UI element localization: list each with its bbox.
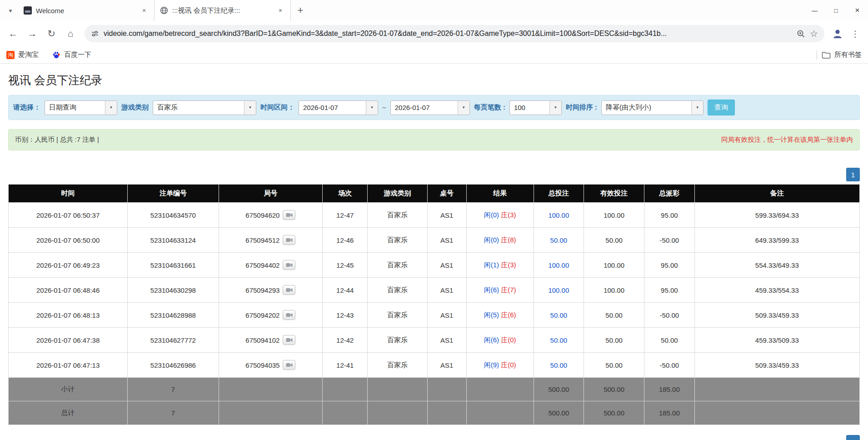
forward-button[interactable]: → [24,25,41,42]
round-number: 675094202 [245,311,279,319]
filter-bar: 请选择： 日期查询 ▼ 游戏类别 百家乐 ▼ 时间区间： 2026-01-07 … [8,95,860,120]
folder-icon [822,51,831,59]
tab-betrecord[interactable]: :::视讯 会员下注纪录::: × [155,0,291,21]
table-row: 2026-01-07 06:48:46523104630298675094293… [9,278,860,303]
total-valid-bet: 500.00 [584,401,644,425]
result-player: 闲(6) [484,336,499,344]
profile-avatar-icon[interactable] [832,28,843,40]
bookmark-label: 爱淘宝 [18,50,39,59]
replay-video-button[interactable] [283,210,295,220]
column-header-payout: 总派彩 [644,185,695,203]
result-banker: 庄(0) [501,336,516,344]
currency-summary: 币别：人民币 | 总共 :7 注单 | [15,135,99,144]
maximize-button[interactable]: □ [825,0,847,21]
tab-search-button[interactable]: ▾ [3,3,18,18]
site-info-icon[interactable] [91,30,99,38]
result-banker: 庄(0) [501,361,516,369]
chevron-down-icon[interactable]: ▼ [549,101,561,115]
maximize-icon: □ [834,7,838,14]
page-1-button[interactable]: 1 [846,168,860,181]
result-player: 闲(1) [484,261,499,269]
column-header-table-no: 桌号 [427,185,466,203]
search-button[interactable]: 查询 [708,100,735,115]
pagination-bottom: 1 [8,435,860,440]
new-tab-button[interactable]: + [293,3,308,18]
subtotal-empty-cell [323,378,368,401]
minimize-button[interactable]: — [804,0,825,21]
cell-result: 闲(9) 庄(0) [466,353,534,378]
chevron-down-icon[interactable]: ▼ [691,101,703,115]
replay-video-button[interactable] [283,235,295,245]
page-1-button[interactable]: 1 [846,435,860,440]
bookmark-baidu[interactable]: 百度一下 [52,50,91,59]
result-banker: 庄(3) [501,261,516,269]
date-end-select[interactable]: 2026-01-07 ▼ [390,100,470,115]
total-bet-link[interactable]: 100.00 [548,261,569,269]
total-bet-link[interactable]: 50.00 [550,336,568,344]
cell-time: 2026-01-07 06:48:13 [9,303,128,328]
select-type-label: 请选择： [13,103,40,112]
all-bookmarks-button[interactable]: 所有书签 [822,50,862,59]
result-player: 闲(0) [484,236,499,244]
total-bet-link[interactable]: 50.00 [550,361,568,369]
cell-result: 闲(1) 庄(3) [466,253,534,278]
tab-title: :::视讯 会员下注纪录::: [172,6,272,15]
close-icon[interactable]: × [140,6,149,15]
subtotal-total-bet: 500.00 [534,378,584,401]
browser-menu-icon[interactable]: ⋮ [847,29,863,39]
cell-game-type: 百家乐 [368,353,427,378]
home-button[interactable]: ⌂ [62,25,79,42]
subtotal-empty-cell [694,378,859,401]
video-camera-icon [286,262,293,268]
date-end-value: 2026-01-07 [391,101,458,115]
cell-total-bet: 100.00 [534,253,584,278]
total-bet-link[interactable]: 50.00 [550,311,568,319]
tab-welcome[interactable]: Welcome × [18,0,155,21]
replay-video-button[interactable] [283,310,295,320]
cell-session: 12-45 [323,253,368,278]
query-type-select[interactable]: 日期查询 ▼ [45,100,117,115]
subtotal-empty-cell [466,378,534,401]
total-bet-link[interactable]: 100.00 [548,211,569,219]
date-start-select[interactable]: 2026-01-07 ▼ [299,100,378,115]
bookmark-taobao[interactable]: 淘 爱淘宝 [6,50,39,59]
game-type-select[interactable]: 百家乐 ▼ [153,100,256,115]
close-window-button[interactable]: × [847,0,868,21]
cell-note: 599.33/694.33 [694,203,859,228]
subtotal-valid-bet: 500.00 [584,378,644,401]
page-size-select[interactable]: 100 ▼ [509,100,562,115]
total-bet-link[interactable]: 100.00 [548,286,569,294]
column-header-valid-bet: 有效投注 [584,185,644,203]
cell-game-type: 百家乐 [368,278,427,303]
round-number: 675094402 [245,261,279,269]
zoom-icon[interactable] [797,30,805,38]
refresh-button[interactable]: ↻ [43,25,60,42]
sort-value: 降幂(由大到小) [602,101,691,115]
date-start-value: 2026-01-07 [299,101,366,115]
back-button[interactable]: ← [5,25,22,42]
chevron-down-icon[interactable]: ▼ [366,101,378,115]
replay-video-button[interactable] [283,335,295,345]
address-bar[interactable]: videoie.com/game/betrecord_search/kind3?… [85,25,824,42]
cell-table-no: AS1 [427,228,466,253]
replay-video-button[interactable] [283,260,295,270]
sort-select[interactable]: 降幂(由大到小) ▼ [601,100,703,115]
welcome-tab-favicon [24,6,32,15]
replay-video-button[interactable] [283,285,295,295]
total-bet-link[interactable]: 50.00 [550,236,568,244]
bookmark-star-icon[interactable]: ☆ [810,28,818,39]
window-controls: — □ × [804,0,868,21]
bet-records-table: 时间注单编号局号场次游戏类别桌号结果总投注有效投注总派彩备注 2026-01-0… [8,184,860,425]
chevron-down-icon[interactable]: ▼ [105,101,117,115]
back-icon: ← [9,28,18,39]
table-row: 2026-01-07 06:50:37523104634570675094620… [9,203,860,228]
chevron-down-icon[interactable]: ▼ [458,101,469,115]
table-row: 2026-01-07 06:48:13523104628988675094202… [9,303,860,328]
replay-video-button[interactable] [283,360,295,370]
close-icon[interactable]: × [276,6,285,15]
round-number: 675094293 [245,286,279,294]
chevron-down-icon[interactable]: ▼ [244,101,256,115]
cell-valid-bet: 50.00 [584,328,644,353]
url-text[interactable]: videoie.com/game/betrecord_search/kind3?… [104,30,792,38]
chevron-down-icon: ▾ [9,7,12,14]
